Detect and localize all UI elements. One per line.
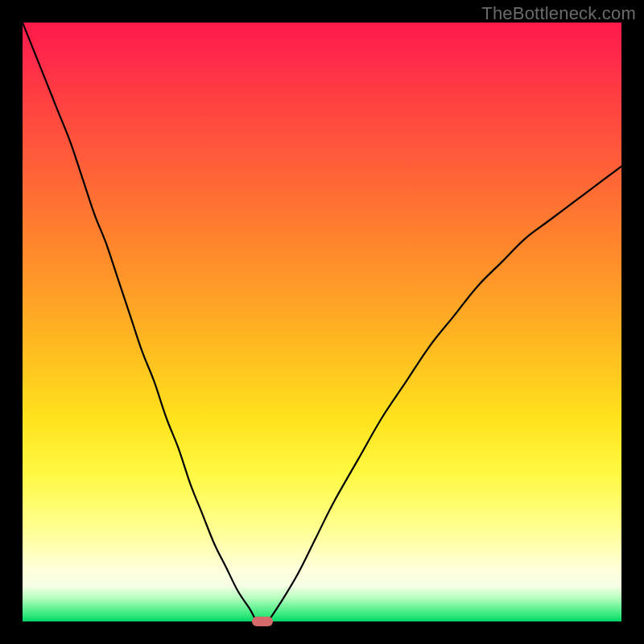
balance-marker xyxy=(252,617,273,626)
watermark-text: TheBottleneck.com xyxy=(481,3,636,24)
chart-frame: TheBottleneck.com xyxy=(0,0,644,644)
bottleneck-curve xyxy=(23,23,621,621)
curve-right-branch xyxy=(268,167,621,621)
curve-left-branch xyxy=(23,23,256,621)
chart-plot-area xyxy=(23,23,621,621)
